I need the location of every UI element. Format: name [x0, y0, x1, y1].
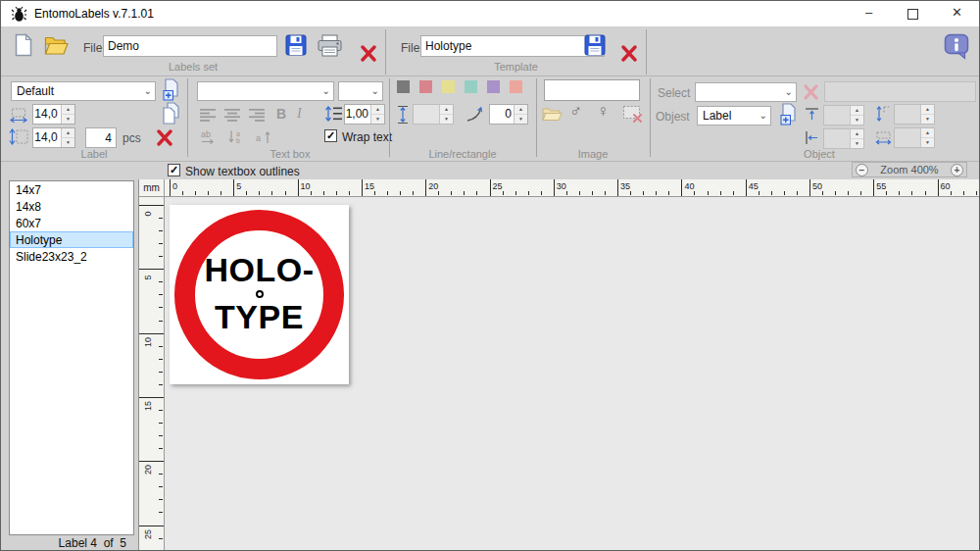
remove-image-icon[interactable] — [622, 105, 643, 123]
label-text-line1: HOLO- — [170, 253, 349, 286]
color-swatch-4[interactable] — [487, 80, 500, 93]
labels-set-file-input[interactable] — [103, 35, 277, 57]
delete-label-icon[interactable] — [156, 129, 173, 146]
close-template-icon[interactable] — [620, 45, 638, 62]
font-size-dropdown[interactable]: ⌄ — [338, 81, 383, 101]
add-label-preset-icon[interactable] — [162, 78, 181, 101]
check-icon: ✓ — [326, 130, 335, 141]
ruler-unit-label: mm — [139, 179, 165, 197]
spinner-arrows-icon[interactable]: ▲▼ — [920, 105, 934, 124]
spinner-arrows-icon[interactable]: ▲▼ — [514, 105, 527, 124]
pin-hole-marker — [256, 290, 264, 298]
spinner-arrows-icon[interactable]: ▲▼ — [61, 105, 74, 124]
open-file-icon[interactable] — [44, 34, 69, 56]
zoom-in-button[interactable]: + — [951, 164, 963, 176]
h-ruler-tick-label: 40 — [684, 181, 694, 191]
zoom-out-button[interactable]: − — [856, 164, 868, 176]
toolbar-divider — [646, 29, 647, 75]
delete-object-icon-disabled[interactable] — [803, 84, 819, 100]
list-item-14x7[interactable]: 14x7 — [10, 181, 133, 198]
label-width-icon — [9, 108, 28, 123]
color-swatch-0[interactable] — [397, 80, 410, 93]
window-title: EntomoLabels v.7.1.01 — [34, 1, 154, 26]
label-width-spinner[interactable]: 14,0 ▲▼ — [32, 104, 75, 125]
add-object-icon[interactable] — [779, 103, 798, 125]
new-file-icon[interactable] — [14, 33, 33, 57]
color-swatch-3[interactable] — [465, 80, 477, 93]
label-text-line2: TYPE — [170, 300, 349, 333]
template-caption: Template — [386, 61, 646, 73]
align-left-icon[interactable] — [200, 109, 217, 122]
male-symbol-icon[interactable]: ♂ — [569, 103, 582, 120]
font-family-dropdown[interactable]: ⌄ — [197, 81, 334, 101]
list-item-14x8[interactable]: 14x8 — [10, 198, 133, 215]
ribbon-divider — [536, 78, 537, 157]
corner-radius-spinner[interactable]: 0 ▲▼ — [489, 104, 528, 125]
bold-button[interactable]: B — [276, 106, 286, 122]
object-width-spinner[interactable]: ▲▼ — [894, 127, 935, 148]
object-left-offset-icon — [805, 130, 819, 145]
zoom-widget: − Zoom 400% + — [852, 162, 967, 177]
label-preset-dropdown[interactable]: Default ⌄ — [11, 81, 156, 101]
text-direction-down-icon[interactable]: a b — [227, 129, 247, 145]
align-center-icon[interactable] — [224, 109, 241, 122]
h-ruler-tick-label: 15 — [365, 181, 374, 191]
object-height-spinner[interactable]: ▲▼ — [894, 104, 935, 125]
wrap-text-checkbox[interactable]: ✓ — [324, 129, 337, 142]
female-symbol-icon[interactable]: ♀ — [597, 103, 610, 120]
text-direction-up-icon[interactable]: a — [255, 129, 274, 145]
list-item-Holotype[interactable]: Holotype — [10, 231, 133, 248]
spinner-arrows-icon[interactable]: ▲▼ — [920, 128, 934, 147]
h-ruler-tick-label: 0 — [172, 181, 177, 191]
close-labels-set-icon[interactable] — [360, 45, 377, 62]
h-ruler-tick-label: 45 — [749, 181, 759, 191]
label-height-spinner[interactable]: 14,0 ▲▼ — [32, 127, 75, 148]
print-icon[interactable] — [317, 34, 343, 57]
label-count-input[interactable] — [85, 127, 117, 148]
save-labels-set-icon[interactable] — [285, 34, 307, 56]
title-bar: EntomoLabels v.7.1.01 – ✕ — [1, 1, 979, 27]
object-top-spinner[interactable]: ▲▼ — [823, 105, 864, 125]
labels-listbox[interactable]: 14x714x860x7HolotypeSlide23x23_2 — [9, 180, 134, 535]
spinner-arrows-icon[interactable]: ▲▼ — [850, 106, 863, 125]
v-ruler-tick-label: 20 — [143, 460, 153, 479]
copy-label-icon[interactable] — [162, 102, 181, 125]
color-swatch-2[interactable] — [442, 80, 455, 93]
label-preset-value: Default — [17, 84, 54, 98]
object-left-spinner[interactable]: ▲▼ — [823, 128, 864, 149]
svg-text:a: a — [256, 133, 261, 143]
template-file-input[interactable] — [420, 35, 605, 57]
close-button[interactable]: ✕ — [935, 1, 979, 26]
line-thickness-spinner[interactable]: ▲▼ — [413, 104, 454, 125]
open-image-icon[interactable] — [542, 107, 563, 122]
minimize-button[interactable]: – — [847, 1, 891, 26]
label-count-status: Label 4 of 5 — [1, 536, 126, 550]
h-ruler-tick-label: 20 — [428, 181, 438, 191]
spinner-arrows-icon[interactable]: ▲▼ — [850, 129, 863, 148]
line-spacing-spinner[interactable]: 1,00 ▲▼ — [344, 104, 385, 125]
object-type-dropdown[interactable]: Label ⌄ — [697, 106, 771, 125]
save-template-icon[interactable] — [584, 34, 606, 56]
spinner-arrows-icon[interactable]: ▲▼ — [370, 105, 384, 124]
label-height-icon — [9, 128, 28, 145]
color-swatch-1[interactable] — [419, 80, 432, 93]
info-icon[interactable] — [944, 33, 969, 60]
h-ruler-tick-label: 10 — [301, 181, 311, 191]
show-outlines-checkbox[interactable]: ✓ — [168, 164, 180, 176]
spinner-arrows-icon[interactable]: ▲▼ — [61, 128, 74, 147]
chevron-down-icon: ⌄ — [322, 86, 330, 96]
image-preview-box — [544, 79, 640, 101]
label-preview[interactable]: HOLO- TYPE — [170, 205, 349, 384]
spinner-arrows-icon[interactable]: ▲▼ — [439, 105, 453, 124]
list-item-60x7[interactable]: 60x7 — [10, 215, 133, 231]
vertical-ruler: 0510152025 — [139, 197, 165, 551]
design-canvas[interactable]: HOLO- TYPE — [165, 197, 980, 551]
list-item-Slide23x23_2[interactable]: Slide23x23_2 — [10, 248, 133, 265]
color-swatch-5[interactable] — [510, 80, 522, 93]
italic-button[interactable]: I — [297, 106, 302, 122]
ribbon-divider — [650, 78, 651, 157]
maximize-button[interactable] — [891, 1, 935, 26]
select-object-dropdown[interactable]: ⌄ — [695, 82, 797, 102]
align-right-icon[interactable] — [249, 109, 266, 122]
text-direction-horizontal-icon[interactable]: ab — [200, 129, 221, 145]
